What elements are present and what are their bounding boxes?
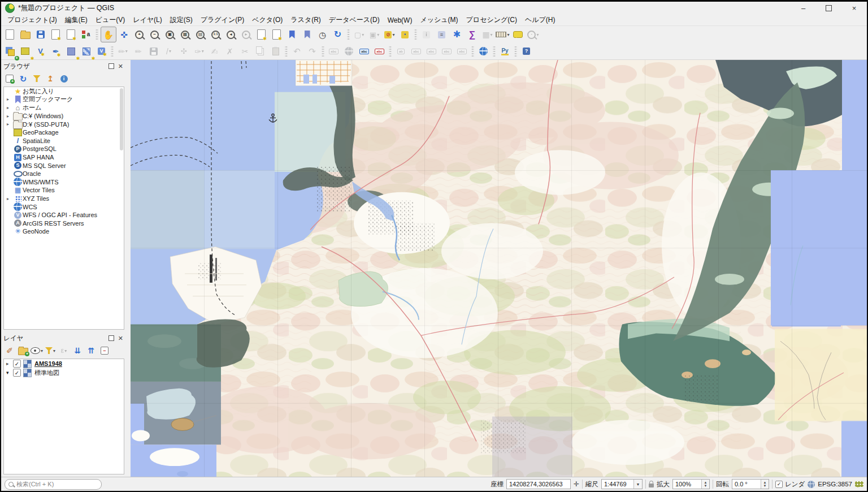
browser-item-geonode[interactable]: ✳GeoNode bbox=[4, 227, 124, 236]
new-virtual-layer-button[interactable] bbox=[79, 44, 94, 59]
open-layer-styling-button[interactable]: ✐ bbox=[3, 344, 16, 357]
dock-splitter[interactable] bbox=[127, 60, 131, 477]
add-selected-layers-button[interactable] bbox=[3, 72, 16, 85]
statistical-summary-button[interactable]: ∑ bbox=[465, 27, 480, 42]
zoom-to-layer-button[interactable]: ▤ bbox=[193, 27, 208, 42]
new-memory-layer-button[interactable] bbox=[64, 44, 79, 59]
browser-item-ms-sql-server[interactable]: SMS SQL Server bbox=[4, 161, 124, 170]
filter-browser-button[interactable] bbox=[31, 72, 43, 85]
browser-item-arcgis-rest-servers[interactable]: AArcGIS REST Servers bbox=[4, 219, 124, 228]
zoom-last-button[interactable]: ◂ bbox=[224, 27, 238, 42]
magnifier-spin[interactable]: 100% ▲▼ bbox=[672, 479, 710, 489]
browser-item-sap-hana[interactable]: HSAP HANA bbox=[4, 153, 124, 162]
browser-float-button[interactable] bbox=[108, 63, 114, 69]
menu-mesh[interactable]: メッシュ(M) bbox=[416, 15, 462, 25]
layers-float-button[interactable] bbox=[108, 335, 114, 341]
measure-button[interactable]: ▾ bbox=[496, 27, 510, 42]
zoom-full-extent-button[interactable]: ▣ bbox=[163, 27, 177, 42]
add-group-button[interactable] bbox=[17, 344, 29, 357]
zoom-to-selection-button[interactable]: ▦ bbox=[178, 27, 193, 42]
layer-visibility-checkbox[interactable]: ✓ bbox=[13, 360, 21, 368]
browser-item-d-drive[interactable]: ▸D:¥ (SSD-PUTA) bbox=[4, 120, 124, 128]
python-console-button[interactable]: Py bbox=[498, 44, 513, 59]
zoom-native-resolution-button[interactable]: 1:1 bbox=[209, 27, 223, 42]
menu-project[interactable]: プロジェクト(J) bbox=[3, 15, 61, 25]
browser-item-wfs-ogc-api-features[interactable]: VWFS / OGC API - Features bbox=[4, 211, 124, 219]
new-spatialite-layer-button[interactable]: ✒ bbox=[49, 44, 63, 59]
browser-item-wms-wmts[interactable]: WMS/WMTS bbox=[4, 178, 124, 187]
filter-legend-button[interactable]: ▾ bbox=[44, 344, 57, 357]
select-by-location-button[interactable]: • bbox=[398, 27, 413, 42]
refresh-browser-button[interactable]: ↻ bbox=[17, 72, 29, 85]
browser-item-postgresql[interactable]: PPostgreSQL bbox=[4, 145, 124, 153]
new-project-button[interactable] bbox=[3, 27, 18, 42]
remove-layer-button[interactable]: − bbox=[98, 344, 111, 357]
lock-scale-icon[interactable] bbox=[649, 484, 654, 487]
browser-item-vector-tiles[interactable]: ▦Vector Tiles bbox=[4, 186, 124, 195]
show-layout-manager-button[interactable] bbox=[64, 27, 79, 42]
expander-icon[interactable]: ▸ bbox=[7, 114, 13, 119]
help-contents-button[interactable]: ? bbox=[519, 44, 534, 59]
browser-item-c-drive[interactable]: ▸C:¥ (Windows) bbox=[4, 112, 124, 120]
browser-item-spatialite[interactable]: /SpatiaLite bbox=[4, 137, 124, 145]
menu-view[interactable]: ビュー(V) bbox=[92, 15, 129, 25]
processing-toolbox-button[interactable]: ✱ bbox=[450, 27, 465, 42]
menu-web[interactable]: Web(W) bbox=[384, 16, 416, 25]
collapse-all-layers-button[interactable]: ⇈ bbox=[85, 344, 97, 357]
new-print-layout-button[interactable] bbox=[49, 27, 63, 42]
new-mesh-layer-button[interactable]: V bbox=[94, 44, 109, 59]
browser-item-wcs[interactable]: WCS bbox=[4, 202, 124, 211]
browser-item-favorites[interactable]: ★お気に入り bbox=[4, 87, 124, 96]
menu-layer[interactable]: レイヤ(L) bbox=[129, 15, 166, 25]
save-project-button[interactable] bbox=[33, 27, 48, 42]
browser-item-home[interactable]: ▸⌂ホーム bbox=[4, 103, 124, 112]
layer-row-ams1948[interactable]: ▸✓AMS1948 bbox=[4, 359, 124, 368]
map-canvas[interactable] bbox=[131, 60, 867, 477]
render-checkbox[interactable]: ✓ レンダ bbox=[775, 480, 805, 489]
menu-database[interactable]: データベース(D) bbox=[325, 15, 384, 25]
open-data-source-manager-button[interactable] bbox=[3, 44, 18, 59]
browser-item-oracle[interactable]: Oracle bbox=[4, 170, 124, 178]
scale-combo[interactable]: 1:44769 ▼ bbox=[601, 479, 643, 489]
new-shapefile-layer-button[interactable]: V bbox=[33, 44, 48, 59]
show-spatial-bookmarks-button[interactable] bbox=[300, 27, 315, 42]
new-geopackage-layer-button[interactable] bbox=[18, 44, 33, 59]
new-spatial-bookmark-button[interactable] bbox=[285, 27, 300, 42]
new-3d-map-view-button[interactable] bbox=[270, 27, 284, 42]
browser-item-geopackage[interactable]: GeoPackage bbox=[4, 128, 124, 137]
extent-toggle-icon[interactable]: ✛ bbox=[574, 480, 579, 488]
expander-icon[interactable]: ▾ bbox=[6, 370, 13, 376]
messages-icon[interactable] bbox=[855, 481, 863, 487]
pan-map-button[interactable]: ✋ bbox=[101, 27, 116, 42]
browser-item-xyz-tiles[interactable]: ▸XYZ Tiles bbox=[4, 195, 124, 203]
browser-close-button[interactable]: ✕ bbox=[118, 63, 123, 70]
magnifier-spin-buttons[interactable]: ▲▼ bbox=[701, 480, 709, 489]
restore-button[interactable] bbox=[816, 2, 841, 15]
expander-icon[interactable]: ▸ bbox=[6, 361, 13, 366]
menu-settings[interactable]: 設定(S) bbox=[166, 15, 197, 25]
layer-labeling-options-button[interactable]: abc bbox=[357, 44, 372, 59]
layer-visibility-checkbox[interactable]: ✓ bbox=[13, 369, 21, 377]
refresh-map-button[interactable]: ↻ bbox=[331, 27, 345, 42]
style-manager-button[interactable]: a bbox=[79, 27, 94, 42]
layer-diagram-options-button[interactable]: abc bbox=[372, 44, 387, 59]
crs-status[interactable]: EPSG:3857 bbox=[818, 481, 852, 487]
open-project-button[interactable] bbox=[18, 27, 33, 42]
coordinate-input[interactable]: 14208274,3026563 bbox=[506, 479, 571, 489]
expand-all-button[interactable]: ⇊ bbox=[71, 344, 84, 357]
expander-icon[interactable]: ▸ bbox=[7, 97, 13, 102]
zoom-in-button[interactable]: + bbox=[132, 27, 147, 42]
properties-button[interactable]: i bbox=[58, 72, 70, 85]
menu-vector[interactable]: ベクタ(O) bbox=[248, 15, 287, 25]
menu-processing[interactable]: プロセシング(C) bbox=[462, 15, 521, 25]
scale-dropdown-icon[interactable]: ▼ bbox=[633, 480, 642, 489]
expander-icon[interactable]: ▸ bbox=[7, 105, 13, 110]
browser-item-spatial-bookmarks[interactable]: ▸空間ブックマーク bbox=[4, 96, 124, 104]
menu-raster[interactable]: ラスタ(R) bbox=[287, 15, 325, 25]
browser-scrollbar[interactable] bbox=[120, 88, 123, 150]
layer-row-standard-map[interactable]: ▾✓標準地図 bbox=[4, 368, 124, 377]
menu-help[interactable]: ヘルプ(H) bbox=[521, 15, 559, 25]
pan-to-selection-button[interactable]: ✜ bbox=[117, 27, 132, 42]
search-input[interactable]: 検索(Ctrl + K) bbox=[5, 479, 102, 490]
rotation-spin-buttons[interactable]: ▲▼ bbox=[761, 480, 769, 489]
